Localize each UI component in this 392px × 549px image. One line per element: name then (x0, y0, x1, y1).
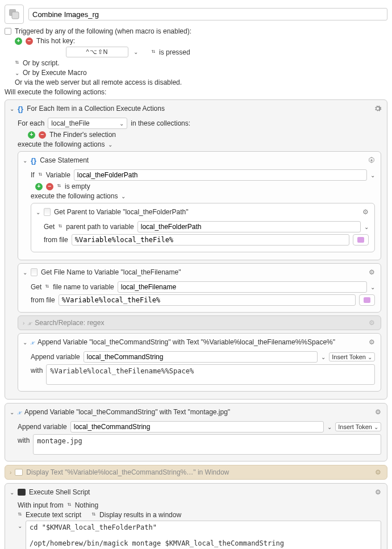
case-action: ⌄ {} Case Statement If ⇅ Variable ⌄ + − (18, 151, 381, 260)
gear-icon[interactable] (367, 156, 376, 165)
shell-input-updown[interactable]: ⇅ (67, 504, 72, 506)
append2-disclose-icon[interactable]: ⌄ (10, 409, 14, 415)
gear-icon[interactable]: ⚙ (367, 318, 376, 327)
getparent-typelabel: parent path to variable (66, 223, 134, 231)
getfilename-type-updown[interactable]: ⇅ (45, 286, 49, 288)
append1-title: Append Variable "local_theCommandString"… (37, 338, 335, 346)
add-cond-icon[interactable]: + (35, 183, 43, 190)
foreach-exec-label: execute the following actions (18, 140, 105, 148)
foreach-title: For Each Item in a Collection Execute Ac… (27, 105, 165, 113)
triggers-checkbox[interactable] (5, 28, 11, 35)
variable-x-icon: 𝓍 (31, 338, 34, 347)
macro-title-input[interactable] (28, 8, 387, 20)
shell-mode1: Execute text script (26, 511, 81, 519)
getparent-getlabel: Get (44, 223, 55, 231)
append1-withlabel: with (31, 364, 43, 375)
foreach-disclose-icon[interactable]: ⌄ (10, 106, 14, 112)
getparent-type-updown[interactable]: ⇅ (58, 226, 62, 228)
remove-collection-icon[interactable]: − (39, 131, 46, 139)
hotkey-mode-updown[interactable]: ⇅ (151, 51, 156, 53)
getfilename-fromlabel: from file (31, 296, 55, 304)
remove-cond-icon[interactable]: − (46, 183, 53, 190)
dt-disclose-icon[interactable]: › (10, 469, 11, 476)
file-picker-button[interactable] (353, 234, 369, 246)
gear-icon[interactable] (373, 104, 382, 113)
script-updown[interactable]: ⇅ (15, 62, 19, 64)
getparent-disclose-icon[interactable]: ⌄ (36, 209, 40, 215)
gear-icon[interactable]: ⚙ (361, 207, 370, 217)
add-collection-icon[interactable]: + (28, 131, 35, 139)
getfilename-var-input[interactable] (118, 281, 367, 293)
append1-var-chev[interactable]: ⌄ (321, 354, 326, 360)
case-title: Case Statement (40, 156, 89, 164)
getfilename-from-input[interactable] (59, 294, 356, 306)
getparent-from-input[interactable] (72, 234, 349, 246)
foreach-var-select[interactable]: local_theFile ⌄ (48, 118, 127, 129)
shell-input-source: Nothing (75, 501, 98, 509)
append2-withlabel: with (18, 434, 30, 444)
append2-title: Append Variable "local_theCommandString"… (24, 408, 230, 416)
insert-token-button[interactable]: Insert Token ⌄ (335, 422, 381, 431)
searchreplace-title: Search/Replace: regex (35, 319, 104, 327)
foreach-forlabel: For each (18, 119, 44, 127)
execmacro-chevron-icon[interactable]: ⌄ (15, 70, 19, 76)
shell-script-chev[interactable]: ⌄ (18, 521, 22, 529)
macro-icon (5, 5, 24, 24)
displaytext-action-disabled[interactable]: › Display Text "%Variable%local_theComma… (5, 465, 387, 480)
getparent-var-input[interactable] (137, 221, 361, 232)
hotkey-mode-label: is pressed (159, 48, 190, 56)
will-execute-label: Will execute the following actions: (5, 88, 106, 96)
foreach-exec-chev[interactable]: ⌄ (108, 142, 112, 148)
append2-with-textarea[interactable]: montage.jpg (33, 434, 381, 455)
case-if-updown[interactable]: ⇅ (38, 174, 43, 176)
shell-mode2-updown[interactable]: ⇅ (91, 514, 96, 516)
getfilename-title: Get File Name to Variable "local_theFile… (41, 268, 181, 276)
getparent-var-chev[interactable]: ⌄ (364, 224, 369, 230)
append2-var-input[interactable] (70, 421, 324, 432)
append1-appendlabel: Append variable (31, 353, 80, 361)
hotkey-chevron-icon[interactable]: ⌄ (132, 49, 140, 55)
case-disclose-icon[interactable]: ⌄ (23, 157, 27, 164)
sr-disclose-icon[interactable]: › (23, 320, 24, 326)
getfilename-typelabel: file name to variable (53, 283, 114, 291)
script-label: Or by script. (23, 59, 60, 67)
getfilename-disclose-icon[interactable]: ⌄ (23, 269, 27, 276)
svg-rect-1 (12, 12, 19, 19)
shell-mode1-updown[interactable]: ⇅ (18, 514, 22, 516)
foreach-action: ⌄ {} For Each Item in a Collection Execu… (5, 99, 387, 400)
file-picker-button[interactable] (359, 294, 375, 306)
window-icon (15, 469, 23, 476)
getfilename-var-chev[interactable]: ⌄ (370, 284, 375, 290)
terminal-icon (18, 489, 26, 496)
shell-script-textarea[interactable]: cd "$KMVAR_local_theFolderPath" /opt/hom… (26, 521, 381, 549)
gear-icon[interactable]: ⚙ (373, 407, 382, 417)
shell-mode2: Display results in a window (99, 511, 181, 519)
doc-icon (44, 208, 51, 216)
append2-action: ⌄ 𝓍 Append Variable "local_theCommandStr… (5, 403, 387, 461)
case-variable-input[interactable] (74, 169, 367, 181)
foreach-var-value: local_theFile (51, 119, 89, 127)
case-exec-label: execute the following actions (31, 192, 118, 200)
shell-title: Execute Shell Script (29, 488, 90, 496)
searchreplace-action-disabled[interactable]: › 𝓍 Search/Replace: regex ⚙ (18, 315, 381, 330)
append2-appendlabel: Append variable (18, 423, 67, 431)
insert-token-label: Insert Token (338, 423, 372, 430)
case-exec-chev[interactable]: ⌄ (121, 193, 126, 199)
gear-icon[interactable]: ⚙ (373, 468, 382, 477)
getparent-fromlabel: from file (44, 236, 68, 244)
gear-icon[interactable]: ⚙ (373, 488, 382, 497)
add-trigger-icon[interactable]: + (15, 38, 22, 45)
cond-updown[interactable]: ⇅ (57, 185, 61, 188)
append1-disclose-icon[interactable]: ⌄ (23, 339, 27, 346)
hotkey-input[interactable]: ^⌥⇧N (66, 47, 128, 57)
append1-var-input[interactable] (84, 351, 318, 363)
insert-token-button[interactable]: Insert Token ⌄ (329, 352, 375, 361)
case-var-chev[interactable]: ⌄ (370, 172, 375, 178)
remove-trigger-icon[interactable]: − (26, 38, 33, 45)
gear-icon[interactable]: ⚙ (367, 338, 376, 347)
gear-icon[interactable]: ⚙ (367, 268, 376, 277)
append2-var-chev[interactable]: ⌄ (327, 424, 332, 430)
shell-disclose-icon[interactable]: ⌄ (10, 489, 14, 496)
shell-inputlabel: With input from (18, 501, 64, 509)
append1-with-textarea[interactable]: %Variable%local_theFilename%%Space% (46, 364, 375, 385)
